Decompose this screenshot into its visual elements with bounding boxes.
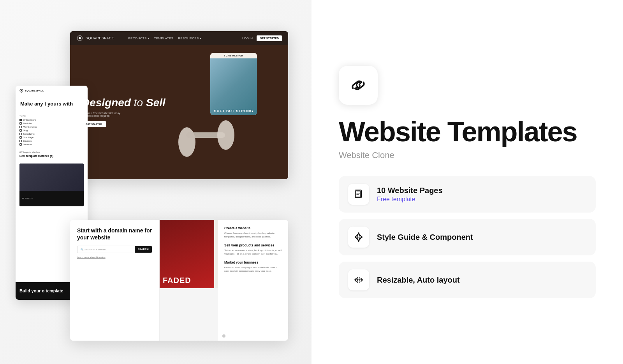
- feature-pages-text: 10 Website Pages Free template: [377, 186, 443, 203]
- filter-checkbox-blog[interactable]: [19, 129, 22, 132]
- feature-pages-subtitle: Free template: [377, 196, 443, 203]
- filter-checkbox-online[interactable]: [19, 119, 22, 121]
- diamond-icon: [353, 232, 364, 243]
- sq-logo: SQUARESPACE: [76, 35, 114, 42]
- right-info-panel: Website Templates Website Clone 10 Websi…: [312, 42, 623, 322]
- soft-strong-text: SOFT BUT STRONG: [210, 109, 257, 113]
- side-template-img: ALAMEDA: [19, 164, 84, 206]
- bottom-screenshot: Start with a domain name for your websit…: [70, 220, 288, 341]
- svg-point-2: [217, 120, 234, 150]
- title-block: Website Templates Website Clone: [339, 117, 596, 161]
- side-filter-section: TYPE Online Store Portfolio Memberships: [16, 112, 88, 149]
- features-list: 10 Website Pages Free template: [339, 176, 596, 298]
- filter-courses[interactable]: Courses: [19, 140, 84, 142]
- filter-checkbox-memberships[interactable]: [19, 126, 22, 128]
- svg-point-7: [358, 232, 359, 234]
- svg-point-8: [358, 240, 359, 242]
- side-hero: Make any t yours with: [16, 96, 88, 112]
- market-title: Market your business: [224, 260, 282, 264]
- faded-text: FADED: [163, 276, 191, 285]
- svg-point-4: [21, 90, 22, 91]
- app-icon-container: [339, 66, 378, 105]
- filter-checkbox-portfolio[interactable]: [19, 122, 22, 125]
- filter-online-store[interactable]: Online Store: [19, 119, 84, 121]
- feature-style-title: Style Guide & Component: [377, 233, 473, 242]
- feature-pages-icon-box: [348, 184, 369, 205]
- sq-tablet-body: SOFT BUT STRONG: [210, 58, 257, 115]
- feature-resize-text: Resizable, Auto layout: [377, 276, 460, 285]
- feature-resize: Resizable, Auto layout: [339, 262, 596, 298]
- sell-desc: Set up an ecommerce store, book appointm…: [224, 249, 282, 256]
- template-showcase: FADED So ev Create a website Choose from…: [160, 220, 288, 341]
- template-count: 62 Template Matches: [19, 151, 84, 153]
- market-desc: On-brand email campaigns and social tool…: [224, 266, 282, 273]
- domain-search-btn[interactable]: SEARCH: [135, 246, 152, 253]
- feature-resize-icon-box: [348, 269, 369, 290]
- sq-nav-right: LOG IN GET STARTED: [242, 35, 282, 41]
- subtitle: Website Clone: [339, 150, 596, 160]
- dumbbell-illustration: [175, 117, 238, 167]
- feature-style-icon-box: [348, 227, 369, 248]
- dot-indicator: [222, 334, 225, 338]
- svg-point-10: [361, 236, 363, 238]
- sq-hero-cta[interactable]: GET STARTED: [82, 121, 106, 127]
- features-description: Create a website Choose from any of our …: [218, 220, 288, 341]
- feature-style: Style Guide & Component: [339, 219, 596, 255]
- sq-tablet-header: FOAM METHOD: [210, 53, 257, 58]
- pages-icon: [353, 189, 364, 200]
- best-matches-title: Best template matches (6): [19, 155, 84, 157]
- filter-checkbox-one-page[interactable]: [19, 136, 22, 139]
- feature-pages: 10 Website Pages Free template: [339, 176, 596, 213]
- squarespace-app-icon: [347, 74, 370, 97]
- sq-brand-text: SQUARESPACE: [86, 36, 114, 40]
- svg-point-0: [178, 127, 195, 157]
- filter-portfolio[interactable]: Portfolio: [19, 122, 84, 125]
- feature-pages-title: 10 Website Pages: [377, 186, 443, 195]
- alameda-label: ALAMEDA: [22, 197, 33, 200]
- filter-one-page[interactable]: One Page: [19, 136, 84, 139]
- side-template-card: ALAMEDA: [19, 164, 84, 206]
- sq-hero-title: Designed to Sell: [82, 97, 165, 109]
- sq-hero-sub: Get your free website trial today.No cre…: [82, 112, 165, 117]
- filter-checkbox-scheduling[interactable]: [19, 133, 22, 135]
- svg-point-9: [355, 236, 356, 238]
- create-website-desc: Choose from any of our industry-leading …: [224, 232, 282, 239]
- filter-checkbox-services[interactable]: [19, 143, 22, 146]
- side-sq-header: SQUARESPACE: [16, 86, 88, 96]
- sell-title: Sell your products and services: [224, 243, 282, 247]
- create-website-title: Create a website: [224, 226, 282, 230]
- side-sq-logo-icon: [19, 89, 23, 93]
- sq-nav-resources[interactable]: RESOURCES ▾: [178, 37, 201, 40]
- side-filter-items: Online Store Portfolio Memberships Blog: [19, 119, 84, 146]
- domain-search-bar: 🔍 Search for a domain... SEARCH: [77, 246, 152, 253]
- sq-hero-text: Designed to Sell Get your free website t…: [82, 97, 165, 128]
- sq-header: SQUARESPACE PRODUCTS ▾ TEMPLATES RESOURC…: [70, 31, 288, 45]
- filter-scheduling[interactable]: Scheduling: [19, 133, 84, 135]
- sq-nav-products[interactable]: PRODUCTS ▾: [128, 37, 149, 40]
- feature-resize-title: Resizable, Auto layout: [377, 276, 460, 285]
- domain-input-display[interactable]: 🔍 Search for a domain...: [77, 246, 135, 253]
- side-matches: 62 Template Matches Best template matche…: [16, 149, 88, 161]
- sq-cta-btn[interactable]: GET STARTED: [257, 35, 282, 41]
- main-title: Website Templates: [339, 117, 596, 147]
- domain-title: Start with a domain name for your websit…: [77, 227, 152, 241]
- left-screenshot-panel: SQUARESPACE PRODUCTS ▾ TEMPLATES RESOURC…: [0, 0, 312, 364]
- main-screenshot: SQUARESPACE PRODUCTS ▾ TEMPLATES RESOURC…: [70, 31, 288, 179]
- filter-memberships[interactable]: Memberships: [19, 126, 84, 128]
- side-filter-label: TYPE: [19, 115, 84, 117]
- filter-checkbox-courses[interactable]: [19, 140, 22, 142]
- feature-style-text: Style Guide & Component: [377, 233, 473, 242]
- filter-services[interactable]: Services: [19, 143, 84, 146]
- sq-nav: PRODUCTS ▾ TEMPLATES RESOURCES ▾: [128, 37, 201, 40]
- sq-login-btn[interactable]: LOG IN: [242, 37, 253, 40]
- main-container: SQUARESPACE PRODUCTS ▾ TEMPLATES RESOURC…: [0, 0, 623, 364]
- faded-card: FADED: [160, 220, 214, 288]
- domain-panel: Start with a domain name for your websit…: [70, 220, 160, 341]
- sq-hero: Designed to Sell Get your free website t…: [70, 45, 288, 179]
- domain-link[interactable]: Learn more about Domains: [77, 256, 152, 258]
- filter-blog[interactable]: Blog: [19, 129, 84, 132]
- resize-icon: [353, 274, 364, 285]
- sq-nav-templates[interactable]: TEMPLATES: [154, 37, 173, 40]
- side-hero-title: Make any t yours with: [20, 101, 83, 107]
- side-sq-brand: SQUARESPACE: [25, 90, 44, 92]
